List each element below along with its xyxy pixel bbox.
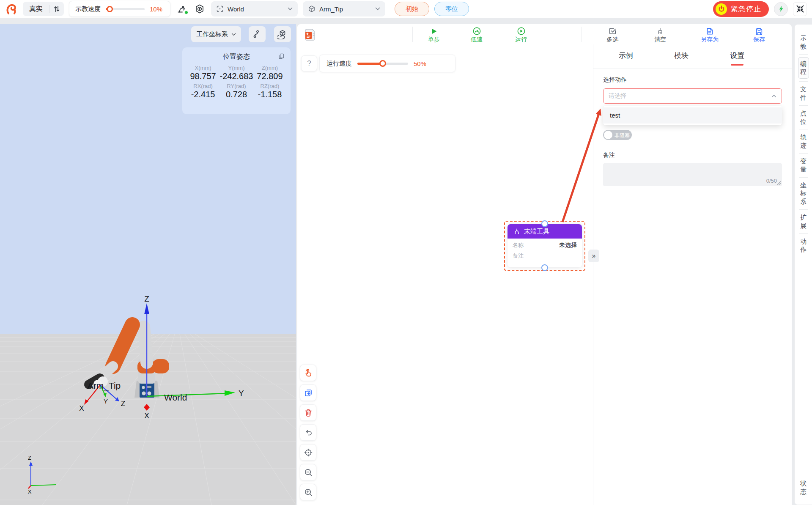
multi-select-button[interactable]: 多选 [599, 25, 626, 44]
low-speed-button[interactable]: 低速 [463, 25, 490, 44]
teach-speed-label: 示教速度 [75, 5, 101, 13]
pose-label: RY(rad) [218, 83, 255, 89]
run-button[interactable]: 运行 [508, 25, 535, 44]
pose-label: Z(mm) [255, 65, 285, 71]
sidebar-item-variables[interactable]: 变量 [799, 157, 808, 174]
run-speed-label: 运行速度 [326, 60, 352, 68]
tool-frame-select[interactable]: Arm_Tip [303, 1, 385, 16]
collapse-icon [796, 5, 804, 13]
node-note-row: 备注 [508, 249, 582, 260]
step-run-button[interactable]: 单步 [420, 25, 447, 44]
drag-mode-button[interactable] [300, 365, 316, 381]
mode-label[interactable]: 真实 [23, 5, 49, 14]
sidebar-item-coordinates[interactable]: 坐标系 [799, 181, 808, 206]
save-icon [755, 25, 763, 36]
program-canvas[interactable]: ? 运行速度 50% [297, 44, 593, 505]
note-counter: 0/50 [766, 178, 777, 184]
save-button[interactable]: 保存 [746, 25, 773, 44]
canvas-tools [300, 365, 316, 500]
target-icon [304, 448, 313, 457]
svg-text:Arm_Tip: Arm_Tip [88, 381, 121, 391]
route-icon [252, 30, 262, 39]
sidebar-item-status[interactable]: 状态 [799, 479, 808, 496]
chevron-down-icon [375, 7, 380, 11]
trajectory-button[interactable] [249, 26, 266, 42]
gauge-icon [472, 25, 481, 36]
teach-speed-control: 示教速度 10% [69, 1, 170, 17]
end-tool-node[interactable]: 末端工具 名称 未选择 备注 [508, 224, 582, 267]
lightning-icon [778, 5, 785, 12]
teach-speed-value: 10% [150, 5, 164, 13]
duplicate-icon [304, 388, 313, 398]
undo-button[interactable] [300, 424, 316, 441]
collapse-window-button[interactable] [793, 2, 807, 16]
active-tab-indicator [731, 64, 743, 66]
note-textarea[interactable]: 0/50 [603, 163, 782, 186]
svg-text:World: World [164, 392, 187, 402]
note-label: 备注 [603, 151, 782, 159]
action-select[interactable]: 请选择 [603, 88, 782, 104]
duplicate-button[interactable] [300, 384, 316, 401]
node-name-row: 名称 未选择 [508, 239, 582, 249]
tab-examples[interactable]: 示例 [609, 51, 643, 60]
divider [799, 177, 808, 178]
swap-icon[interactable] [49, 2, 64, 16]
zoom-out-icon [304, 468, 313, 477]
app-logo-icon [5, 3, 18, 15]
chevron-up-icon [771, 94, 776, 98]
save-as-button[interactable]: 另存为 [696, 25, 723, 44]
power-icon [716, 3, 727, 15]
copy-icon[interactable] [278, 53, 285, 60]
gripper-icon [513, 228, 520, 235]
zoom-in-icon [304, 488, 313, 497]
work-coordinate-select[interactable]: 工作坐标系 [191, 26, 241, 42]
app-window: 真实 示教速度 10% [0, 0, 812, 505]
sidebar-item-trajectory[interactable]: 轨迹 [799, 133, 808, 150]
program-card: 单步 低速 运行 [297, 24, 792, 505]
node-output-port[interactable] [541, 264, 548, 271]
help-button[interactable]: ? [301, 55, 317, 71]
run-speed-slider[interactable] [357, 63, 408, 65]
world-frame-select[interactable]: World [211, 1, 298, 16]
delete-button[interactable] [300, 404, 316, 421]
settings-hex-icon[interactable] [193, 3, 206, 15]
robot-status-icon[interactable] [176, 3, 188, 15]
svg-text:Z: Z [28, 455, 31, 461]
divider [582, 27, 582, 42]
non-blocking-label: 非阻塞 [614, 132, 630, 139]
sidebar-item-actions[interactable]: 动作 [799, 237, 808, 254]
sidebar-item-teach[interactable]: 示教 [799, 34, 808, 51]
action-option-test[interactable]: test [603, 107, 782, 124]
panel-collapse-handle[interactable]: » [588, 250, 599, 262]
trash-icon [304, 408, 313, 417]
center-view-button[interactable] [300, 444, 316, 461]
non-blocking-toggle[interactable]: 非阻塞 [603, 130, 632, 140]
tab-modules[interactable]: 模块 [664, 51, 698, 60]
checkbox-icon [608, 25, 617, 36]
divider [799, 81, 808, 82]
view-rotate-button[interactable] [274, 26, 291, 42]
power-supply-button[interactable] [774, 2, 788, 16]
zoom-in-button[interactable] [300, 484, 316, 500]
run-circle-icon [517, 25, 526, 36]
sidebar-item-program[interactable]: 编程 [798, 57, 809, 79]
sidebar-item-file[interactable]: 文件 [799, 85, 808, 102]
zoom-out-button[interactable] [300, 464, 316, 480]
pose-value: 0.728 [218, 90, 255, 99]
teach-speed-slider[interactable] [106, 8, 145, 10]
3d-viewport[interactable]: Z Y X World Arm_Tip X Y Z [0, 24, 296, 505]
clear-button[interactable]: 清空 [647, 25, 674, 44]
pose-value: -242.683 [218, 71, 255, 81]
zero-pose-button[interactable]: 零位 [434, 2, 469, 16]
initial-pose-button[interactable]: 初始 [395, 2, 429, 16]
node-input-port[interactable] [541, 220, 548, 227]
divider [799, 54, 808, 55]
emergency-stop-button[interactable]: 紧急停止 [713, 1, 769, 17]
pose-value: -1.158 [255, 90, 285, 99]
help-icon: ? [307, 59, 311, 68]
sidebar-item-points[interactable]: 点位 [799, 109, 808, 126]
top-bar: 真实 示教速度 10% [0, 0, 812, 18]
program-file-icon[interactable] [303, 27, 317, 41]
sidebar-item-extensions[interactable]: 扩展 [799, 213, 808, 230]
tab-settings[interactable]: 设置 [720, 51, 754, 60]
